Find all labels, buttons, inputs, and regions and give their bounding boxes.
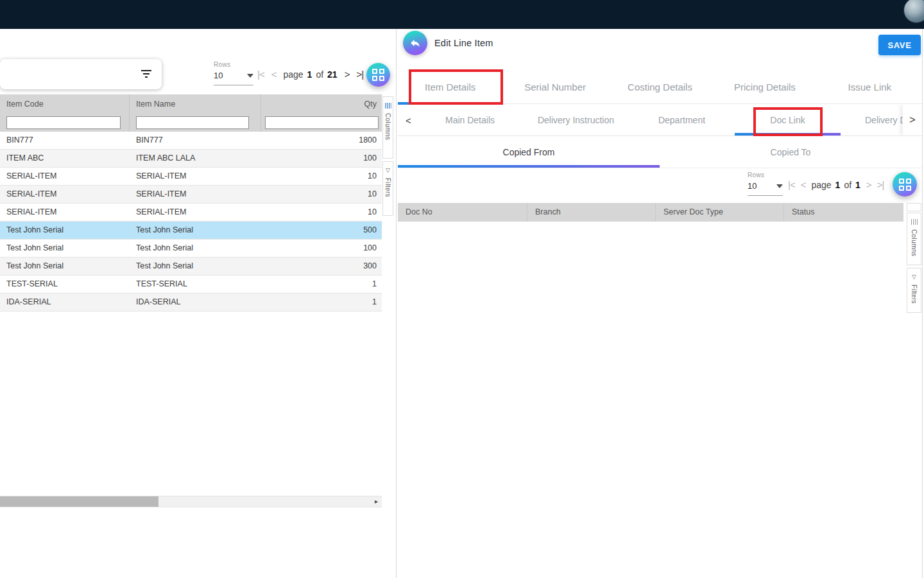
tab-item-details[interactable]: Item Details bbox=[398, 71, 502, 103]
filter-row bbox=[0, 114, 382, 132]
table-row[interactable]: ITEM ABC ITEM ABC LALA 100 bbox=[0, 150, 382, 168]
main-tabs: Item Details Serial Number Costing Detai… bbox=[398, 71, 922, 104]
table-row[interactable]: Test John Serial Test John Serial 100 bbox=[0, 240, 382, 258]
columns-side-tab[interactable]: Columns bbox=[907, 213, 921, 265]
grid-view-button[interactable] bbox=[366, 63, 390, 87]
cell-qty: 1 bbox=[261, 276, 382, 293]
filter-list-icon[interactable] bbox=[141, 70, 151, 78]
table-row[interactable]: SERIAL-ITEM SERIAL-ITEM 10 bbox=[0, 186, 382, 204]
rows-label: Rows bbox=[214, 61, 253, 68]
subtab-main-details[interactable]: Main Details bbox=[417, 105, 523, 136]
filters-side-tab[interactable]: ▽ Filters bbox=[907, 268, 921, 313]
filters-funnel-icon: ▽ bbox=[386, 168, 390, 173]
last-page-button[interactable]: >| bbox=[877, 179, 884, 190]
cell-item-code: Test John Serial bbox=[0, 258, 130, 275]
column-header-doc-no: Doc No bbox=[398, 203, 527, 222]
column-header-branch: Branch bbox=[527, 203, 656, 222]
first-page-button[interactable]: |< bbox=[788, 179, 795, 190]
cell-qty: 300 bbox=[261, 258, 382, 275]
edit-line-item-panel: Edit Line Item SAVE Item Details Serial … bbox=[398, 29, 924, 578]
back-arrow-icon bbox=[409, 37, 421, 49]
user-avatar[interactable] bbox=[903, 0, 924, 23]
filters-side-tab[interactable]: ▽ Filters bbox=[382, 161, 393, 216]
top-navbar bbox=[0, 0, 924, 29]
copy-tabs: Copied From Copied To bbox=[398, 136, 922, 168]
side-tab-spacer bbox=[907, 203, 921, 211]
cell-qty: 500 bbox=[261, 222, 382, 239]
page-total: 1 bbox=[855, 180, 860, 190]
next-page-button[interactable]: > bbox=[345, 69, 350, 80]
page-label: page bbox=[283, 69, 303, 80]
active-copy-tab-underline bbox=[398, 165, 660, 168]
grid-icon bbox=[372, 69, 384, 81]
cell-item-name: SERIAL-ITEM bbox=[130, 168, 261, 185]
filter-input-qty[interactable] bbox=[265, 116, 379, 129]
save-button[interactable]: SAVE bbox=[878, 35, 921, 55]
page-total: 21 bbox=[327, 69, 338, 80]
last-page-button[interactable]: >| bbox=[356, 69, 363, 80]
tab-serial-number[interactable]: Serial Number bbox=[502, 71, 607, 103]
page-indicator: page 1 of 1 bbox=[811, 180, 860, 190]
columns-grip-icon bbox=[911, 219, 918, 225]
right-panel-border bbox=[922, 29, 923, 578]
rows-per-page-value: 10 bbox=[748, 181, 757, 191]
scroll-right-arrow-icon[interactable]: ▸ bbox=[375, 498, 378, 505]
app-root: Rows 10 |< < page 1 of 21 > >| Item Cod bbox=[0, 0, 924, 578]
subtab-delivery-instruction[interactable]: Delivery Instruction bbox=[523, 105, 629, 136]
column-header-server-doc-type: Server Doc Type bbox=[656, 203, 784, 222]
cell-item-name: TEST-SERIAL bbox=[130, 276, 261, 293]
tab-copied-from[interactable]: Copied From bbox=[398, 136, 660, 168]
prev-page-button[interactable]: < bbox=[801, 179, 806, 190]
rows-per-page-select[interactable]: 10 bbox=[214, 71, 253, 85]
grid-view-button[interactable] bbox=[893, 172, 917, 197]
table-row[interactable]: SERIAL-ITEM SERIAL-ITEM 10 bbox=[0, 204, 382, 222]
columns-side-tab[interactable]: Columns bbox=[382, 96, 393, 159]
horizontal-scrollbar[interactable]: ▸ bbox=[0, 496, 382, 507]
active-subtab-underline bbox=[735, 133, 841, 136]
tab-costing-details[interactable]: Costing Details bbox=[608, 71, 712, 103]
rows-per-page-control: Rows 10 bbox=[748, 171, 783, 196]
table-row[interactable]: BIN777 BIN777 1800 bbox=[0, 132, 382, 150]
prev-page-button[interactable]: < bbox=[271, 69, 277, 80]
filter-cell bbox=[0, 114, 130, 132]
cell-item-code: IDA-SERIAL bbox=[0, 293, 130, 311]
filter-input-item-code[interactable] bbox=[6, 116, 121, 129]
subtabs-scroll-right-button[interactable]: > bbox=[903, 105, 922, 136]
tab-issue-link[interactable]: Issue Link bbox=[817, 71, 922, 103]
of-label: of bbox=[844, 180, 851, 190]
caret-down-icon bbox=[247, 74, 253, 78]
next-page-button[interactable]: > bbox=[866, 179, 871, 190]
table-row[interactable]: Test John Serial Test John Serial 300 bbox=[0, 258, 382, 276]
subtab-department[interactable]: Department bbox=[629, 105, 735, 136]
subtab-doc-link[interactable]: Doc Link bbox=[735, 105, 841, 136]
rows-label: Rows bbox=[748, 171, 783, 179]
items-table: Item Code Item Name Qty BIN777 BIN777 18… bbox=[0, 94, 382, 311]
cell-item-name: IDA-SERIAL bbox=[130, 293, 261, 311]
tab-pricing-details[interactable]: Pricing Details bbox=[712, 71, 817, 103]
filter-input-item-name[interactable] bbox=[136, 116, 249, 129]
first-page-button[interactable]: |< bbox=[257, 69, 264, 80]
cell-item-name: Test John Serial bbox=[130, 240, 261, 257]
rows-per-page-select[interactable]: 10 bbox=[748, 181, 783, 196]
of-label: of bbox=[316, 69, 323, 80]
columns-grip-icon bbox=[385, 103, 391, 109]
back-button[interactable] bbox=[403, 31, 427, 55]
search-box[interactable] bbox=[0, 59, 162, 89]
cell-item-code: Test John Serial bbox=[0, 222, 130, 239]
cell-qty: 10 bbox=[261, 186, 382, 203]
table-row[interactable]: SERIAL-ITEM SERIAL-ITEM 10 bbox=[0, 168, 382, 186]
cell-item-name: BIN777 bbox=[130, 132, 261, 149]
tab-copied-to[interactable]: Copied To bbox=[660, 136, 921, 168]
doc-link-table-header: Doc No Branch Server Doc Type Status bbox=[398, 203, 903, 222]
caret-down-icon bbox=[776, 184, 783, 188]
scrollbar-thumb[interactable] bbox=[0, 496, 158, 507]
table-row[interactable]: TEST-SERIAL TEST-SERIAL 1 bbox=[0, 276, 382, 293]
cell-item-code: SERIAL-ITEM bbox=[0, 204, 130, 221]
rows-per-page-value: 10 bbox=[214, 71, 223, 80]
cell-item-code: TEST-SERIAL bbox=[0, 276, 130, 293]
cell-qty: 10 bbox=[261, 204, 382, 221]
subtabs-scroll-left-icon[interactable]: < bbox=[406, 105, 411, 136]
table-row[interactable]: IDA-SERIAL IDA-SERIAL 1 bbox=[0, 293, 382, 311]
grid-icon bbox=[899, 179, 911, 191]
table-row-selected[interactable]: Test John Serial Test John Serial 500 bbox=[0, 222, 382, 240]
